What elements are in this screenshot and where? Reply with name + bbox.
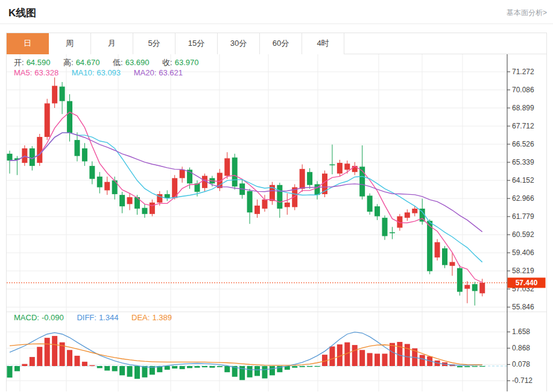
tab-week[interactable]: 周 bbox=[49, 33, 91, 54]
macd-bar bbox=[420, 355, 425, 366]
current-price-badge-label: 57.440 bbox=[516, 279, 538, 287]
candle-down bbox=[119, 195, 125, 206]
tabstrip-spacer bbox=[344, 33, 546, 54]
macd-bar bbox=[224, 366, 230, 372]
axis-tick-label: 64.152 bbox=[512, 176, 534, 185]
macd-bar bbox=[74, 356, 80, 366]
candle-down bbox=[390, 232, 395, 233]
ma10-line bbox=[10, 133, 482, 262]
macd-bar bbox=[45, 338, 50, 366]
candle-up bbox=[405, 212, 410, 218]
ma5-line bbox=[10, 112, 482, 283]
axis-tick-label: 59.406 bbox=[512, 248, 534, 257]
macd-bar bbox=[180, 366, 185, 369]
macd-bar bbox=[329, 346, 335, 365]
fundamental-analysis-link[interactable]: 基本面分析> bbox=[507, 8, 547, 18]
macd-bar bbox=[82, 362, 87, 366]
candle-down bbox=[472, 284, 478, 291]
candle-down bbox=[89, 166, 95, 179]
candle-down bbox=[277, 185, 282, 209]
candle-down bbox=[60, 87, 65, 101]
macd-bar bbox=[315, 366, 320, 367]
candle-down bbox=[232, 157, 238, 186]
candle-up bbox=[150, 203, 155, 214]
axis-tick-label: 60.592 bbox=[512, 230, 534, 239]
candle-up bbox=[344, 163, 350, 169]
candle-up bbox=[479, 283, 485, 293]
tab-day[interactable]: 日 bbox=[7, 33, 49, 54]
candle-down bbox=[247, 191, 253, 212]
axis-tick-label: 61.779 bbox=[512, 212, 534, 221]
candle-down bbox=[142, 208, 147, 214]
tab-60min[interactable]: 60分 bbox=[260, 33, 302, 54]
axis-tick-label: 71.272 bbox=[512, 68, 534, 76]
tab-15min[interactable]: 15分 bbox=[175, 33, 218, 54]
candle-up bbox=[37, 137, 42, 163]
tab-month[interactable]: 月 bbox=[91, 33, 133, 54]
candle-down bbox=[427, 221, 432, 271]
axis-tick-label: 66.526 bbox=[512, 140, 534, 148]
macd-bar bbox=[254, 366, 260, 376]
macd-bar bbox=[14, 366, 20, 371]
axis-tick-label: 68.899 bbox=[512, 104, 534, 112]
macd-bar bbox=[134, 366, 140, 379]
candle-down bbox=[329, 165, 335, 166]
macd-bar bbox=[464, 366, 470, 367]
candle-down bbox=[74, 140, 80, 156]
macd-bar bbox=[307, 366, 312, 367]
axis-tick-label: -0.712 bbox=[512, 376, 532, 385]
axis-tick-label: 67.712 bbox=[512, 122, 534, 130]
candle-up bbox=[285, 203, 290, 207]
macd-bar bbox=[127, 366, 133, 377]
candle-down bbox=[374, 206, 380, 216]
candle-down bbox=[442, 248, 447, 265]
macd-bar bbox=[30, 357, 35, 366]
candle-up bbox=[45, 103, 50, 137]
macd-bar bbox=[52, 336, 57, 366]
candle-down bbox=[367, 195, 373, 212]
macd-bar bbox=[195, 366, 200, 368]
macd-bar bbox=[270, 366, 275, 375]
tab-30min[interactable]: 30分 bbox=[218, 33, 260, 54]
macd-bar bbox=[7, 366, 13, 378]
candle-up bbox=[337, 163, 343, 174]
macd-bar bbox=[262, 366, 267, 379]
macd-bar bbox=[382, 353, 388, 366]
macd-bar bbox=[247, 366, 253, 378]
candle-down bbox=[382, 218, 388, 236]
candle-down bbox=[457, 268, 463, 292]
macd-bar bbox=[202, 366, 207, 367]
kline-chart[interactable]: 开:64.590 高:64.670 低:63.690 收:63.970 MA5:… bbox=[7, 54, 546, 391]
axis-tick-label: 0.078 bbox=[512, 360, 530, 368]
macd-bar bbox=[187, 366, 192, 368]
tab-4hour[interactable]: 4时 bbox=[302, 33, 344, 54]
candle-down bbox=[165, 194, 170, 198]
candle-up bbox=[127, 197, 133, 204]
tab-5min[interactable]: 5分 bbox=[133, 33, 175, 54]
macd-bar bbox=[359, 350, 365, 366]
candle-up bbox=[262, 200, 267, 209]
page-title: K线图 bbox=[8, 6, 36, 20]
candle-up bbox=[104, 182, 110, 191]
period-tabstrip: 日 周 月 5分 15分 30分 60分 4时 bbox=[7, 33, 546, 54]
macd-bar bbox=[97, 366, 103, 368]
macd-bar bbox=[112, 366, 118, 371]
candle-down bbox=[82, 148, 87, 162]
macd-bar bbox=[209, 366, 215, 368]
candle-up bbox=[22, 148, 27, 163]
candle-up bbox=[300, 169, 305, 189]
candle-up bbox=[224, 158, 230, 175]
page-header: K线图 基本面分析> bbox=[0, 0, 553, 24]
macd-bar bbox=[165, 366, 170, 370]
candle-up bbox=[464, 285, 470, 288]
candle-down bbox=[7, 154, 13, 160]
axis-tick-label: 58.219 bbox=[512, 267, 534, 275]
candle-down bbox=[97, 177, 103, 188]
macd-bar bbox=[300, 366, 305, 367]
macd-bar bbox=[405, 344, 410, 366]
macd-bar bbox=[142, 366, 147, 378]
axis-tick-label: 70.086 bbox=[512, 86, 534, 94]
axis-tick-label: 62.966 bbox=[512, 194, 534, 203]
macd-bar bbox=[390, 343, 395, 366]
candle-up bbox=[412, 209, 417, 213]
